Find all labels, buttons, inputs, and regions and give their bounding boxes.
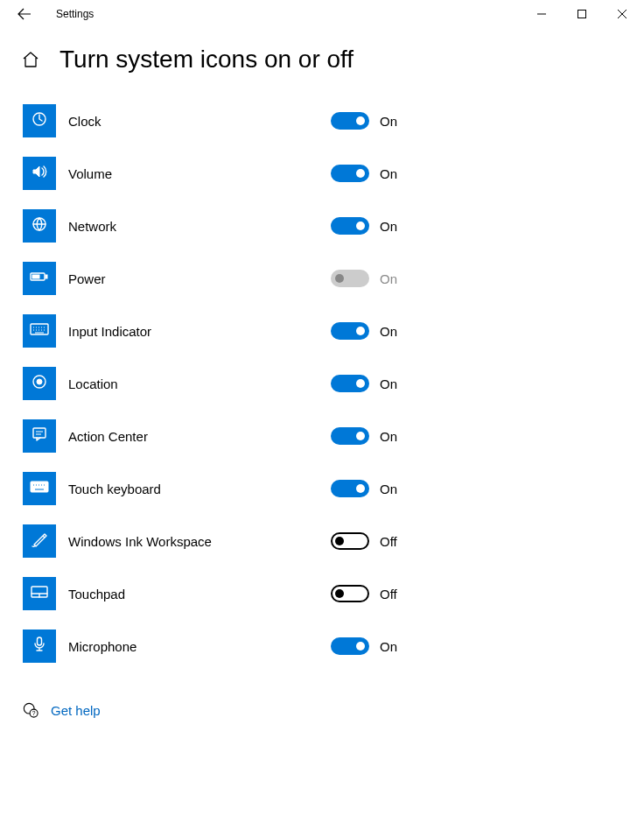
system-icon-row: Microphone On	[23, 620, 644, 672]
toggle-knob	[356, 484, 365, 493]
system-icon-row: Location On	[23, 357, 644, 410]
svg-text:?: ?	[32, 709, 36, 717]
toggle-knob	[356, 169, 365, 178]
row-label: Power	[56, 271, 331, 286]
window-controls	[522, 0, 644, 28]
close-icon	[618, 10, 626, 18]
toggle-switch[interactable]	[331, 112, 369, 130]
get-help-icon: ?	[21, 700, 40, 720]
clock-icon-tile	[23, 104, 56, 137]
mic-icon-tile	[23, 630, 56, 663]
toggle-knob	[356, 642, 365, 651]
svg-rect-5	[46, 275, 47, 278]
toggle-state-label: On	[369, 114, 397, 129]
location-icon-tile	[23, 367, 56, 400]
system-icon-row: Clock On	[23, 95, 644, 147]
row-label: Touchpad	[56, 587, 331, 601]
toggle-switch[interactable]	[331, 165, 369, 182]
page-header: Turn system icons on or off	[0, 28, 644, 86]
network-icon	[31, 215, 48, 236]
location-icon	[31, 373, 48, 394]
toggle-state-label: On	[369, 429, 397, 444]
toggle-switch[interactable]	[331, 322, 369, 340]
mic-icon	[31, 636, 48, 657]
system-icon-row: Touch keyboard On	[23, 462, 644, 515]
ink-icon-tile	[23, 524, 56, 558]
toggle-switch	[331, 270, 369, 287]
toggle-switch[interactable]	[331, 427, 369, 445]
system-icon-row: Action Center On	[23, 410, 644, 462]
touchpad-icon-tile	[23, 577, 56, 610]
maximize-button[interactable]	[562, 0, 602, 28]
toggle-switch[interactable]	[331, 375, 369, 392]
toggle-knob	[335, 537, 344, 545]
svg-point-8	[37, 379, 42, 384]
toggle-knob	[335, 274, 344, 283]
titlebar: Settings	[0, 0, 644, 28]
row-label: Clock	[56, 114, 331, 129]
svg-rect-12	[38, 637, 42, 645]
row-label: Windows Ink Workspace	[56, 534, 331, 549]
close-button[interactable]	[602, 0, 642, 28]
toggle-state-label: On	[369, 482, 397, 496]
system-icon-row: Power On	[23, 252, 644, 305]
row-label: Microphone	[56, 639, 331, 654]
minimize-icon	[537, 10, 546, 18]
maximize-icon	[578, 10, 586, 18]
system-icon-row: Windows Ink Workspace Off	[23, 515, 644, 567]
system-icons-list: Clock On Volume On Network On Power On	[0, 86, 644, 672]
toggle-state-label: On	[369, 639, 397, 654]
toggle-state-label: On	[369, 219, 397, 234]
toggle-switch[interactable]	[331, 532, 369, 550]
home-button[interactable]	[21, 50, 40, 69]
keyboard-icon	[30, 323, 49, 339]
row-label: Network	[56, 219, 331, 234]
action-icon	[31, 426, 48, 447]
svg-rect-4	[32, 275, 39, 278]
toggle-switch[interactable]	[331, 585, 369, 602]
toggle-state-label: On	[369, 324, 397, 339]
network-icon-tile	[23, 209, 56, 243]
power-icon	[30, 271, 49, 286]
row-label: Input Indicator	[56, 324, 331, 339]
svg-rect-10	[31, 482, 48, 492]
app-title: Settings	[44, 8, 94, 20]
get-help-link[interactable]: Get help	[51, 703, 101, 718]
row-label: Location	[56, 376, 331, 391]
ink-icon	[31, 531, 48, 552]
toggle-switch[interactable]	[331, 480, 369, 497]
touchpad-icon	[30, 585, 49, 602]
power-icon-tile	[23, 262, 56, 295]
row-label: Touch keyboard	[56, 482, 331, 496]
toggle-state-label: On	[369, 271, 397, 286]
help-link-row: ? Get help	[0, 672, 644, 720]
toggle-switch[interactable]	[331, 637, 369, 655]
toggle-switch[interactable]	[331, 217, 369, 235]
toggle-state-label: On	[369, 166, 397, 181]
minimize-button[interactable]	[522, 0, 562, 28]
toggle-knob	[356, 116, 365, 125]
touchkb-icon-tile	[23, 472, 56, 505]
toggle-knob	[356, 432, 365, 440]
system-icon-row: Touchpad Off	[23, 567, 644, 620]
toggle-state-label: On	[369, 376, 397, 391]
toggle-state-label: Off	[369, 587, 397, 601]
toggle-knob	[356, 222, 365, 230]
clock-icon	[31, 110, 48, 131]
toggle-knob	[356, 327, 365, 335]
toggle-knob	[335, 589, 344, 598]
back-button[interactable]	[5, 0, 44, 28]
toggle-state-label: Off	[369, 534, 397, 549]
volume-icon	[31, 163, 48, 184]
arrow-left-icon	[18, 7, 32, 21]
system-icon-row: Volume On	[23, 147, 644, 200]
action-icon-tile	[23, 419, 56, 453]
system-icon-row: Network On	[23, 200, 644, 252]
system-icon-row: Input Indicator On	[23, 305, 644, 357]
svg-rect-0	[578, 11, 586, 18]
volume-icon-tile	[23, 157, 56, 190]
row-label: Volume	[56, 166, 331, 181]
keyboard-icon-tile	[23, 314, 56, 348]
touchkb-icon	[30, 481, 49, 496]
row-label: Action Center	[56, 429, 331, 444]
